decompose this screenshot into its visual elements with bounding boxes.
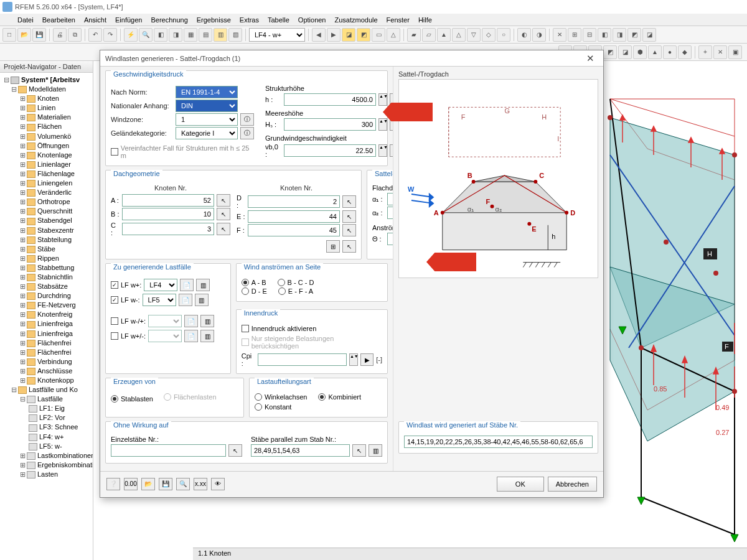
tree-item[interactable]: ⊞Stabbettung (1, 263, 92, 273)
annex-select[interactable]: DIN (176, 100, 238, 112)
tool-d[interactable]: ◨ (169, 28, 182, 42)
vtool-4[interactable]: ◩ (603, 45, 617, 59)
node-f-input[interactable] (248, 224, 340, 236)
sea-height-input[interactable] (284, 118, 376, 131)
menu-view[interactable]: Ansicht (80, 15, 110, 25)
tool-c[interactable]: ◧ (154, 28, 167, 42)
lfwpm-check[interactable] (111, 317, 118, 325)
tool-r5[interactable]: ▽ (467, 28, 481, 42)
tool-s6[interactable]: ◩ (627, 28, 641, 42)
pick-icon[interactable]: ↖ (217, 194, 230, 207)
tool-undo[interactable]: ↶ (88, 28, 102, 42)
navigator-tree[interactable]: ⊟System* [Arbeitsv ⊟Modelldaten ⊞Knoten⊞… (0, 73, 93, 558)
tree-item[interactable]: ⊞Lastkombinationen (1, 451, 92, 460)
tool-r6[interactable]: ◇ (482, 28, 496, 42)
cancel-button[interactable]: Abbrechen (548, 477, 597, 492)
node-a-input[interactable] (122, 194, 214, 207)
tree-item[interactable]: ⊞Liniengelen (1, 179, 92, 188)
vtool-8[interactable]: ● (663, 45, 677, 59)
tool-r7[interactable]: ○ (497, 28, 510, 42)
node-e-input[interactable] (248, 210, 340, 223)
tool-prev[interactable]: ◀ (312, 28, 326, 42)
menu-window[interactable]: Fenster (383, 15, 413, 25)
tool-new[interactable]: □ (2, 28, 16, 42)
tool-g[interactable]: ▥ (214, 28, 227, 42)
tool-s4[interactable]: ◧ (598, 28, 611, 42)
pick-icon[interactable]: ↖ (352, 444, 366, 457)
pick-icon[interactable]: ↖ (342, 195, 356, 208)
new-lc-icon[interactable]: 📄 (180, 279, 194, 291)
parallel-members-input[interactable] (251, 444, 350, 457)
lfwm-select[interactable]: LF5 (143, 294, 176, 306)
vtool-5[interactable]: ◪ (618, 45, 632, 59)
tool-f[interactable]: ▤ (199, 28, 212, 42)
tool-e[interactable]: ▦ (184, 28, 197, 42)
lfwp-select[interactable]: LF4 (144, 279, 177, 291)
tree-item[interactable]: ⊞Stabexzentr (1, 226, 92, 235)
tree-item[interactable]: ⊞Ergebniskombinationen (1, 460, 92, 470)
tree-item[interactable]: ⊞Linienfreiga (1, 329, 92, 338)
tree-lcchild[interactable]: Lastfälle (37, 395, 63, 403)
menu-file[interactable]: Datei (14, 15, 37, 25)
spin-icon[interactable]: ▲▼ (378, 93, 387, 106)
terrain-info-icon[interactable]: ⓘ (240, 127, 254, 139)
menu-extras[interactable]: Extras (236, 15, 263, 25)
dist-const-radio[interactable]: Konstant (255, 403, 291, 411)
geom-tool-icon[interactable]: ⊞ (326, 240, 340, 253)
tree-item[interactable]: ⊞Querschnitt (1, 207, 92, 216)
tool-next[interactable]: ▶ (327, 28, 341, 42)
wind-de-radio[interactable]: D - E (242, 287, 267, 295)
windzone-info-icon[interactable]: ⓘ (240, 113, 254, 126)
pick-icon[interactable]: ↖ (342, 210, 356, 223)
pick-icon[interactable]: ↖ (217, 208, 230, 220)
base-wind-input[interactable] (284, 144, 376, 157)
tree-item[interactable]: ⊞Öffnungen (1, 141, 92, 151)
tool-r1[interactable]: ▰ (407, 28, 421, 42)
play-icon[interactable]: ▶ (390, 144, 393, 157)
windzone-select[interactable]: 1 (176, 113, 238, 126)
tool-s2[interactable]: ⊞ (568, 28, 581, 42)
tree-model[interactable]: Modelldaten (29, 85, 66, 93)
tree-lcgroup[interactable]: Lastfälle und Ko (29, 386, 78, 393)
new-lc-icon[interactable]: 📄 (184, 315, 198, 327)
simplified-checkbox[interactable] (111, 148, 118, 156)
node-b-input[interactable] (122, 208, 214, 220)
wind-generated-input[interactable] (404, 436, 593, 448)
tree-lc[interactable]: LF2: Vor (1, 413, 92, 422)
menu-insert[interactable]: Einfügen (111, 15, 146, 25)
tool-redo[interactable]: ↷ (103, 28, 117, 42)
tool-s1[interactable]: ✕ (553, 28, 566, 42)
spin-icon[interactable]: ▲▼ (378, 144, 387, 157)
vtool-12[interactable]: ▣ (728, 45, 742, 59)
tree-item[interactable]: ⊞Anschlüsse (1, 366, 92, 376)
menu-edit[interactable]: Bearbeiten (39, 15, 79, 25)
lfwpm-select[interactable] (148, 315, 182, 327)
tool-r2[interactable]: ▱ (422, 28, 436, 42)
node-d-input[interactable] (248, 195, 340, 208)
tree-item[interactable]: ⊞Verbindung (1, 357, 92, 366)
tree-item[interactable]: ⊞Linien (1, 103, 92, 113)
tree-lc[interactable]: LF1: Eig (1, 404, 92, 413)
tool-print[interactable]: 🖨 (53, 28, 67, 42)
tool-h[interactable]: ▧ (228, 28, 242, 42)
tree-lc[interactable]: LF5: w- (1, 442, 92, 451)
tree-item[interactable]: ⊞Materialien (1, 113, 92, 122)
tree-item[interactable]: ⊞Flächenfrei (1, 348, 92, 357)
save-icon[interactable]: 💾 (159, 478, 172, 490)
wind-bcd-radio[interactable]: B - C - D (278, 279, 314, 286)
tool-s7[interactable]: ◪ (642, 28, 656, 42)
vtool-11[interactable]: ✕ (713, 45, 727, 59)
tool-copy[interactable]: ⧉ (68, 28, 82, 42)
loadcase-combo[interactable]: LF4 - w+ (249, 28, 305, 42)
tool-s3[interactable]: ⊟ (583, 28, 596, 42)
tree-item[interactable]: ⊞Stabsätze (1, 282, 92, 291)
tree-item[interactable]: ⊞Flächenlage (1, 169, 92, 179)
tool-b[interactable]: 🔍 (139, 28, 153, 42)
lc-icon[interactable]: ▥ (200, 330, 214, 342)
tool-save[interactable]: 💾 (32, 28, 46, 42)
tree-item[interactable]: ⊞Stabnichtlin (1, 273, 92, 282)
pick-icon[interactable]: ↖ (342, 224, 356, 236)
menu-table[interactable]: Tabelle (264, 15, 293, 25)
alpha2-input[interactable] (387, 207, 393, 219)
tree-item[interactable]: ⊞Durchdring (1, 291, 92, 301)
